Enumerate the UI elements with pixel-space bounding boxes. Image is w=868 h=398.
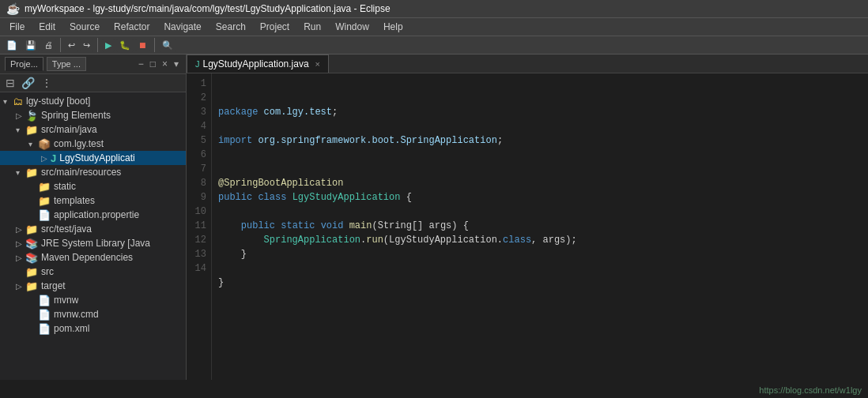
line-number: 11 bbox=[194, 219, 206, 233]
menu-item-edit[interactable]: Edit bbox=[32, 20, 62, 34]
separator3 bbox=[154, 38, 155, 52]
tree-item[interactable]: ▷📁target bbox=[0, 279, 186, 293]
code-line bbox=[218, 162, 862, 176]
tree-item-label: com.lgy.test bbox=[54, 138, 104, 149]
tree-item-label: src/test/java bbox=[41, 223, 92, 235]
code-line: } bbox=[218, 276, 862, 290]
tree-item-label: mvnw.cmd bbox=[54, 309, 99, 320]
project-explorer-tab[interactable]: Proje... bbox=[5, 57, 43, 71]
line-number: 1 bbox=[194, 77, 206, 91]
tree-item[interactable]: ▾📁src/main/java bbox=[0, 122, 186, 137]
panel-tabs: Proje... Type ... bbox=[5, 57, 133, 71]
tree-item[interactable]: ▷🍃Spring Elements bbox=[0, 108, 186, 122]
menu-item-run[interactable]: Run bbox=[297, 20, 327, 34]
panel-header: Proje... Type ... − □ × ▾ bbox=[0, 54, 186, 74]
separator2 bbox=[97, 38, 98, 52]
tree-item[interactable]: 📁templates bbox=[0, 193, 186, 208]
line-number: 14 bbox=[194, 261, 206, 276]
tree-item-label: src bbox=[41, 266, 54, 277]
code-editor[interactable]: 1234567891011121314 package com.lgy.test… bbox=[187, 73, 868, 380]
left-panel: Proje... Type ... − □ × ▾ ⊟ 🔗 ⋮ ▾🗂lgy-st… bbox=[0, 54, 187, 380]
tree-item-icon: 📚 bbox=[25, 238, 38, 250]
search-button[interactable]: 🔍 bbox=[159, 39, 176, 52]
tree-arrow: ▾ bbox=[3, 97, 13, 106]
tree-item[interactable]: ▷📁src/test/java bbox=[0, 222, 186, 236]
code-line: @SpringBootApplication bbox=[218, 176, 862, 190]
tab-close-button[interactable]: × bbox=[315, 59, 320, 69]
tree-arrow: ▾ bbox=[16, 126, 25, 134]
tree-item-label: static bbox=[54, 181, 76, 192]
menu-item-help[interactable]: Help bbox=[377, 20, 409, 34]
tree-item[interactable]: 📄mvnw bbox=[0, 293, 186, 307]
tree-item[interactable]: ▾📁src/main/resources bbox=[0, 165, 186, 179]
run-button[interactable]: ▶ bbox=[102, 39, 115, 52]
tree-item[interactable]: 📁src bbox=[0, 265, 186, 279]
tree-item-icon: 📦 bbox=[38, 138, 51, 150]
menu-item-file[interactable]: File bbox=[3, 20, 31, 34]
close-panel-button[interactable]: × bbox=[160, 58, 170, 70]
tree-item-icon: 📁 bbox=[25, 266, 38, 278]
stop-button[interactable]: ⏹ bbox=[135, 39, 150, 51]
toolbar1: 📄 💾 🖨 ↩ ↪ ▶ 🐛 ⏹ 🔍 bbox=[0, 36, 868, 54]
tree-item-label: Maven Dependencies bbox=[41, 252, 133, 263]
java-file-icon: J bbox=[195, 59, 200, 69]
tree-arrow: ▷ bbox=[16, 111, 25, 120]
code-line: public class LgyStudyApplication { bbox=[218, 190, 862, 205]
link-with-editor-button[interactable]: 🔗 bbox=[19, 76, 37, 90]
editor-tab-main[interactable]: J LgyStudyApplication.java × bbox=[187, 54, 329, 73]
maximize-panel-button[interactable]: □ bbox=[148, 58, 158, 70]
tree-item[interactable]: 📄application.propertie bbox=[0, 208, 186, 222]
tree-item-icon: 📚 bbox=[25, 252, 38, 264]
tree-arrow: ▷ bbox=[41, 154, 51, 163]
tree-item-icon: 📁 bbox=[38, 181, 51, 193]
menu-item-project[interactable]: Project bbox=[254, 20, 296, 34]
type-hierarchy-tab[interactable]: Type ... bbox=[47, 57, 86, 71]
code-line: } bbox=[218, 247, 862, 261]
tree-item[interactable]: 📁static bbox=[0, 179, 186, 193]
tab-label: LgyStudyApplication.java bbox=[203, 58, 309, 69]
tree-item[interactable]: ▷📚JRE System Library [Java bbox=[0, 236, 186, 250]
editor-panel: J LgyStudyApplication.java × 12345678910… bbox=[187, 54, 868, 380]
panel-toolbar: ⊟ 🔗 ⋮ bbox=[0, 74, 186, 92]
menu-item-refactor[interactable]: Refactor bbox=[108, 20, 156, 34]
menu-bar: FileEditSourceRefactorNavigateSearchProj… bbox=[0, 18, 868, 36]
line-number: 12 bbox=[194, 233, 206, 247]
code-line bbox=[218, 119, 862, 133]
tree-item[interactable]: ▾📦com.lgy.test bbox=[0, 137, 186, 151]
tree-item-icon: 📁 bbox=[25, 223, 38, 235]
menu-item-search[interactable]: Search bbox=[209, 20, 252, 34]
menu-item-navigate[interactable]: Navigate bbox=[157, 20, 207, 34]
tree-arrow: ▾ bbox=[28, 140, 38, 148]
new-button[interactable]: 📄 bbox=[3, 39, 21, 52]
tree-arrow: ▷ bbox=[16, 282, 25, 291]
code-line: SpringApplication.run(LgyStudyApplicatio… bbox=[218, 233, 862, 247]
tree-item[interactable]: ▾🗂lgy-study [boot] bbox=[0, 94, 186, 108]
tree-item-label: application.propertie bbox=[54, 209, 139, 220]
line-number: 6 bbox=[194, 148, 206, 162]
tree-arrow: ▾ bbox=[16, 168, 25, 177]
tree-item-label: LgyStudyApplicati bbox=[59, 152, 134, 163]
tree-item[interactable]: ▷📚Maven Dependencies bbox=[0, 250, 186, 265]
tree-item[interactable]: 📄mvnw.cmd bbox=[0, 307, 186, 321]
debug-button[interactable]: 🐛 bbox=[116, 39, 134, 52]
redo-button[interactable]: ↪ bbox=[80, 39, 93, 52]
panel-menu-button[interactable]: ▾ bbox=[172, 58, 181, 70]
code-lines[interactable]: package com.lgy.test; import org.springf… bbox=[212, 73, 868, 380]
save-button[interactable]: 💾 bbox=[22, 39, 40, 52]
collapse-all-button[interactable]: ⊟ bbox=[3, 76, 17, 90]
line-number: 9 bbox=[194, 190, 206, 205]
print-button[interactable]: 🖨 bbox=[41, 39, 56, 51]
undo-button[interactable]: ↩ bbox=[65, 39, 78, 52]
code-line bbox=[218, 290, 862, 304]
tree-item[interactable]: ▷JLgyStudyApplicati bbox=[0, 151, 186, 165]
minimize-panel-button[interactable]: − bbox=[136, 58, 146, 70]
tree-item[interactable]: 📄pom.xml bbox=[0, 321, 186, 336]
menu-item-source[interactable]: Source bbox=[63, 20, 106, 34]
menu-item-window[interactable]: Window bbox=[329, 20, 376, 34]
eclipse-icon: ☕ bbox=[6, 2, 20, 15]
panel-menu2-button[interactable]: ⋮ bbox=[39, 76, 55, 90]
line-number: 3 bbox=[194, 105, 206, 119]
tree-item-icon: 📄 bbox=[38, 323, 51, 335]
main-layout: Proje... Type ... − □ × ▾ ⊟ 🔗 ⋮ ▾🗂lgy-st… bbox=[0, 54, 868, 380]
title-bar: ☕ myWorkspace - lgy-study/src/main/java/… bbox=[0, 0, 868, 18]
